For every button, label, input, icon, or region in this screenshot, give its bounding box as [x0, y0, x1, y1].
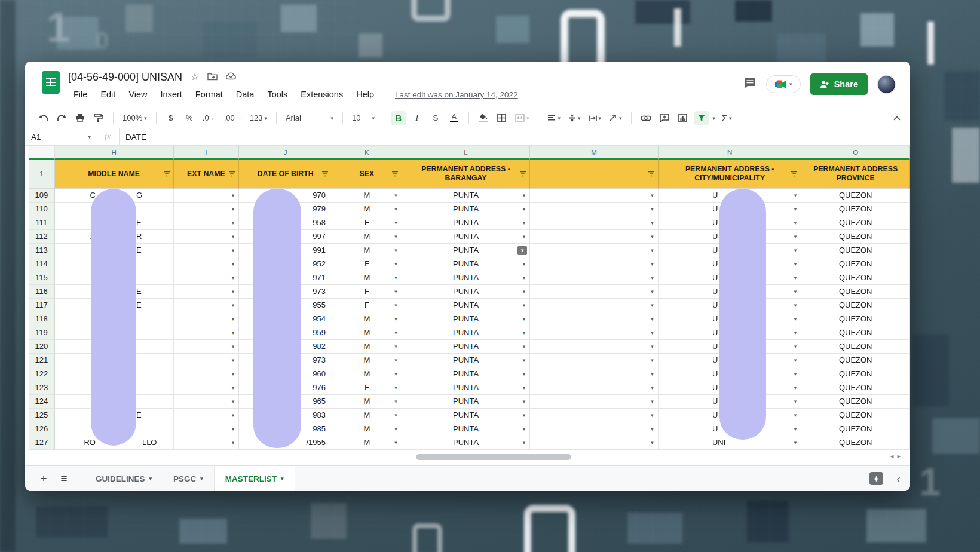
dropdown-arrow-icon[interactable]: ▾	[651, 312, 654, 326]
name-box[interactable]: A1▾	[25, 128, 96, 145]
cell-sex[interactable]: M ▾	[332, 422, 402, 436]
filter-funnel-icon[interactable]	[163, 170, 170, 177]
dropdown-arrow-icon[interactable]: ▾	[394, 340, 397, 353]
dropdown-arrow-icon[interactable]: ▾	[794, 230, 797, 243]
scroll-left-icon[interactable]: ◂	[890, 452, 898, 459]
cell-sex[interactable]: M ▾	[332, 326, 402, 340]
cell-m-empty[interactable]: ▾	[530, 216, 659, 230]
cell-sex[interactable]: M ▾	[332, 340, 402, 354]
cell-sex[interactable]: M ▾	[332, 312, 402, 326]
dropdown-arrow-icon[interactable]: ▾	[651, 299, 654, 312]
row-number[interactable]: 111	[29, 216, 55, 230]
cell-province[interactable]: QUEZON	[801, 326, 910, 340]
dropdown-arrow-icon[interactable]: ▾	[232, 244, 235, 257]
menu-item[interactable]: Insert	[155, 88, 188, 101]
dropdown-arrow-icon[interactable]: ▾	[794, 340, 797, 353]
dropdown-arrow-icon[interactable]: ▾	[651, 395, 654, 408]
column-header[interactable]: K	[332, 146, 402, 160]
dropdown-arrow-icon[interactable]: ▾	[232, 203, 235, 216]
filter-funnel-icon[interactable]	[228, 170, 235, 177]
cell-sex[interactable]: M ▾	[332, 395, 402, 409]
cell-ext-name[interactable]: ▾	[174, 244, 240, 257]
filter-funnel-icon[interactable]	[648, 170, 655, 177]
dropdown-arrow-icon[interactable]: ▾	[523, 422, 526, 436]
menu-item[interactable]: Data	[231, 88, 260, 101]
filter-views-caret[interactable]: ▾	[713, 115, 716, 121]
borders-button[interactable]	[495, 111, 509, 125]
dropdown-arrow-icon[interactable]: ▾	[651, 230, 654, 243]
tab-menu-caret[interactable]: ▾	[281, 476, 284, 482]
cell-m-empty[interactable]: ▾	[530, 299, 659, 312]
row-number[interactable]: 126	[29, 422, 55, 436]
undo-button[interactable]	[36, 111, 50, 125]
cell-ext-name[interactable]: ▾	[174, 354, 240, 367]
cell-province[interactable]: QUEZON	[801, 189, 910, 203]
dropdown-arrow-icon[interactable]: ▾	[794, 271, 797, 284]
cell-m-empty[interactable]: ▾	[530, 422, 659, 436]
dropdown-arrow-icon[interactable]: ▾	[394, 216, 397, 229]
dropdown-arrow-icon[interactable]: ▾	[232, 312, 235, 326]
cell-ext-name[interactable]: ▾	[174, 340, 240, 354]
dropdown-arrow-icon[interactable]: ▾	[794, 189, 797, 202]
dropdown-arrow-icon[interactable]: ▾	[651, 436, 654, 449]
cell-province[interactable]: QUEZON	[801, 436, 910, 450]
cell-province[interactable]: QUEZON	[801, 216, 910, 230]
cell-sex[interactable]: M ▾	[332, 354, 402, 367]
merge-cells-button[interactable]: ▾	[513, 111, 531, 125]
dropdown-arrow-icon[interactable]: ▾	[232, 285, 235, 298]
dropdown-arrow-icon[interactable]: ▾	[794, 367, 797, 381]
dropdown-arrow-icon[interactable]: ▾	[651, 216, 654, 229]
increase-decimal-button[interactable]: .00→	[222, 111, 244, 125]
dropdown-arrow-icon[interactable]: ▾	[523, 230, 526, 243]
row-number[interactable]: 121	[29, 354, 55, 367]
cell-m-empty[interactable]: ▾	[530, 326, 659, 340]
menu-item[interactable]: File	[68, 88, 93, 101]
cell-sex[interactable]: M ▾	[332, 189, 402, 203]
cell-m-empty[interactable]: ▾	[530, 189, 659, 203]
cell-ext-name[interactable]: ▾	[174, 216, 240, 230]
cell-barangay[interactable]: PUNTA ▾	[402, 257, 531, 271]
dropdown-arrow-icon[interactable]: ▾	[651, 381, 654, 394]
fill-color-button[interactable]	[476, 111, 491, 125]
move-to-folder-icon[interactable]	[207, 72, 218, 82]
dropdown-arrow-icon[interactable]: ▾	[394, 257, 397, 271]
dropdown-arrow-icon[interactable]: ▾	[523, 436, 526, 449]
cell-barangay[interactable]: PUNTA ▾	[402, 271, 531, 285]
header-cell[interactable]	[530, 160, 659, 189]
cell-m-empty[interactable]: ▾	[530, 409, 659, 422]
dropdown-arrow-icon[interactable]: ▾	[394, 326, 397, 339]
cell-m-empty[interactable]: ▾	[530, 436, 659, 450]
header-cell[interactable]: PERMANENT ADDRESS PROVINCE	[801, 160, 910, 189]
cell-sex[interactable]: F ▾	[332, 216, 402, 230]
cell-m-empty[interactable]: ▾	[530, 203, 659, 216]
dropdown-arrow-icon[interactable]: ▾	[517, 246, 527, 255]
cell-sex[interactable]: M ▾	[332, 271, 402, 285]
dropdown-arrow-icon[interactable]: ▾	[232, 189, 235, 202]
functions-button[interactable]: Σ▾	[719, 111, 734, 125]
dropdown-arrow-icon[interactable]: ▾	[523, 409, 526, 422]
row-number[interactable]: 114	[29, 257, 55, 271]
menu-item[interactable]: Tools	[262, 88, 293, 101]
cell-barangay[interactable]: PUNTA ▾	[402, 326, 531, 340]
cell-province[interactable]: QUEZON	[801, 257, 910, 271]
cell-ext-name[interactable]: ▾	[174, 326, 240, 340]
cell-m-empty[interactable]: ▾	[530, 312, 659, 326]
dropdown-arrow-icon[interactable]: ▾	[794, 422, 797, 436]
comment-history-icon[interactable]	[743, 77, 757, 91]
cell-province[interactable]: QUEZON	[801, 203, 910, 216]
dropdown-arrow-icon[interactable]: ▾	[651, 244, 654, 257]
dropdown-arrow-icon[interactable]: ▾	[794, 216, 797, 229]
cell-province[interactable]: QUEZON	[801, 244, 910, 257]
cell-ext-name[interactable]: ▾	[174, 257, 240, 271]
dropdown-arrow-icon[interactable]: ▾	[794, 244, 797, 257]
text-color-button[interactable]: A	[447, 111, 461, 125]
tab-menu-caret[interactable]: ▾	[149, 476, 152, 482]
cell-sex[interactable]: F ▾	[332, 257, 402, 271]
filter-funnel-icon[interactable]	[321, 170, 329, 177]
redo-button[interactable]	[54, 111, 69, 125]
header-cell[interactable]: PERMANENT ADDRESS - BARANGAY	[402, 160, 531, 189]
cell-m-empty[interactable]: ▾	[530, 271, 659, 285]
dropdown-arrow-icon[interactable]: ▾	[523, 203, 526, 216]
cell-province[interactable]: QUEZON	[801, 285, 910, 299]
cell-barangay[interactable]: PUNTA ▾	[402, 285, 531, 299]
